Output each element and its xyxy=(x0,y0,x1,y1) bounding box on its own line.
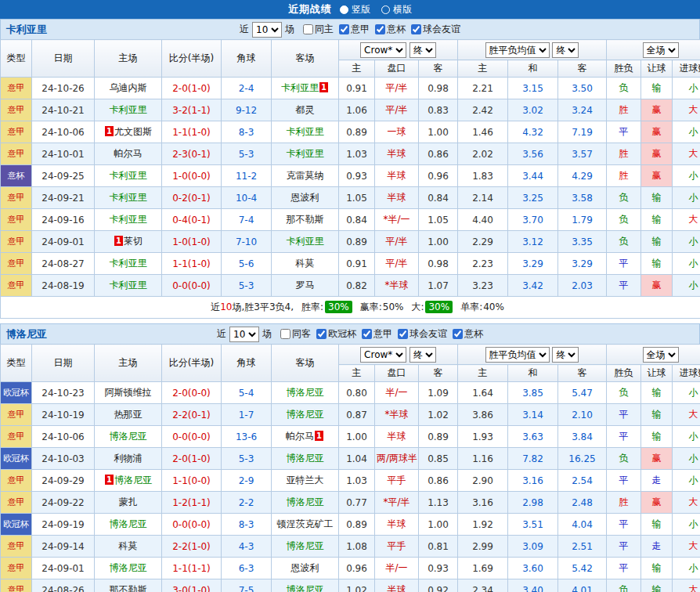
home-team-cell: 那不勒斯 xyxy=(95,579,162,592)
recent-count-select[interactable]: 10 xyxy=(252,22,282,38)
filter-option[interactable]: 球会友谊 xyxy=(411,23,460,36)
filter-checkbox[interactable] xyxy=(316,329,327,339)
euro-odds-select[interactable]: 胜平负均值 xyxy=(485,347,550,363)
home-team-name[interactable]: 博洛尼亚 xyxy=(114,475,152,486)
euro-away-odds-cell: 2.03 xyxy=(558,275,607,297)
corner-cell: 10-4 xyxy=(222,187,272,209)
filter-option[interactable]: 意甲 xyxy=(362,327,392,341)
goals-cell: 小 xyxy=(673,382,700,404)
home-team-name[interactable]: 卡利亚里 xyxy=(110,214,147,225)
filter-option[interactable]: 意甲 xyxy=(339,23,370,36)
goals-cell: 大 xyxy=(673,492,700,514)
date-cell: 24-09-22 xyxy=(32,492,95,514)
sub-col-handicap-result: 让球 xyxy=(641,60,673,78)
filter-option[interactable]: 欧冠杯 xyxy=(316,327,356,341)
away-team-name[interactable]: 卡利亚里 xyxy=(287,126,324,137)
result-cell: 负 xyxy=(607,187,641,209)
away-team-name[interactable]: 博洛尼亚 xyxy=(287,540,324,551)
filter-option[interactable]: 球会友谊 xyxy=(398,327,447,341)
home-team-name[interactable]: 乌迪内斯 xyxy=(110,82,147,93)
home-team-name[interactable]: 尤文图斯 xyxy=(114,126,152,137)
home-team-name[interactable]: 卡利亚里 xyxy=(110,192,147,203)
away-team-name[interactable]: 恩波利 xyxy=(291,192,319,203)
filter-option[interactable]: 同主 xyxy=(303,23,334,36)
euro-time-select[interactable]: 终 xyxy=(552,42,579,58)
away-team-name[interactable]: 帕尔马 xyxy=(286,431,314,442)
filter-option[interactable]: 意杯 xyxy=(453,327,483,341)
away-team-name[interactable]: 博洛尼亚 xyxy=(287,453,324,464)
away-team-name[interactable]: 科莫 xyxy=(296,258,315,269)
away-team-name[interactable]: 博洛尼亚 xyxy=(287,409,324,420)
home-team-name[interactable]: 热那亚 xyxy=(114,409,143,420)
home-team-name[interactable]: 阿斯顿维拉 xyxy=(105,387,152,398)
home-team-name[interactable]: 科莫 xyxy=(119,540,138,551)
home-team-name[interactable]: 卡利亚里 xyxy=(110,170,147,181)
home-team-name[interactable]: 帕尔马 xyxy=(114,148,143,159)
filter-checkbox[interactable] xyxy=(339,24,349,34)
away-team-name[interactable]: 那不勒斯 xyxy=(287,214,324,225)
handicap-result-cell: 输 xyxy=(641,187,673,209)
away-team-name[interactable]: 恩波利 xyxy=(291,562,319,573)
home-team-name[interactable]: 蒙扎 xyxy=(119,496,138,507)
away-team-name[interactable]: 卡利亚里 xyxy=(287,236,324,247)
odds-time-select[interactable]: 终 xyxy=(410,42,436,58)
recent-count-select[interactable]: 10 xyxy=(229,327,259,342)
date-cell: 24-10-19 xyxy=(32,404,95,426)
goals-cell: 小 xyxy=(673,187,700,209)
scope-header: 全场 xyxy=(607,40,700,60)
filter-option[interactable]: 同客 xyxy=(280,327,311,341)
away-team-name[interactable]: 都灵 xyxy=(296,104,315,115)
euro-time-select[interactable]: 终 xyxy=(552,347,579,363)
away-team-name[interactable]: 克雷莫纳 xyxy=(287,170,324,181)
filter-checkbox[interactable] xyxy=(362,329,372,339)
home-team-name[interactable]: 卡利亚里 xyxy=(110,280,147,291)
home-team-name[interactable]: 博洛尼亚 xyxy=(110,518,147,529)
away-team-name[interactable]: 卡利亚里 xyxy=(287,148,324,159)
filter-checkbox[interactable] xyxy=(303,24,313,34)
away-team-name[interactable]: 博洛尼亚 xyxy=(287,387,324,398)
filter-checkbox[interactable] xyxy=(411,24,421,34)
away-team-cell: 顿涅茨克矿工 xyxy=(272,514,339,536)
odds-company-select[interactable]: Crow* xyxy=(360,347,406,363)
away-team-name[interactable]: 卡利亚里 xyxy=(281,82,319,93)
result-cell: 负 xyxy=(607,231,641,253)
home-team-name[interactable]: 博洛尼亚 xyxy=(110,562,147,573)
odds-time-select[interactable]: 终 xyxy=(410,347,436,363)
away-team-name[interactable]: 顿涅茨克矿工 xyxy=(277,518,334,529)
layout-radio[interactable]: 竖版 xyxy=(340,3,370,16)
scope-select[interactable]: 全场 xyxy=(643,347,679,363)
home-team-name[interactable]: 那不勒斯 xyxy=(110,584,147,592)
scope-select[interactable]: 全场 xyxy=(643,42,679,58)
asia-away-odds-cell: 1.13 xyxy=(419,492,458,514)
handicap-cell: 半球 xyxy=(375,143,419,165)
home-team-name[interactable]: 卡利亚里 xyxy=(110,258,147,269)
home-team-name[interactable]: 利物浦 xyxy=(114,453,143,464)
home-team-name[interactable]: 博洛尼亚 xyxy=(110,431,147,442)
col-score: 比分(半场) xyxy=(162,40,222,78)
euro-away-odds-cell: 2.51 xyxy=(558,536,607,558)
col-corner: 角球 xyxy=(222,40,272,78)
away-team-cell: 那不勒斯 xyxy=(272,209,339,231)
home-team-name[interactable]: 莱切 xyxy=(124,236,143,247)
filter-checkbox[interactable] xyxy=(375,24,385,34)
filter-checkbox[interactable] xyxy=(398,329,408,339)
away-team-name[interactable]: 博洛尼亚 xyxy=(287,584,324,592)
away-team-name[interactable]: 罗马 xyxy=(296,280,315,291)
away-team-cell: 卡利亚里 xyxy=(272,231,339,253)
score-cell: 0-2(0-1) xyxy=(162,187,222,209)
filter-option[interactable]: 意杯 xyxy=(375,23,406,36)
layout-radio[interactable]: 横版 xyxy=(381,3,412,16)
odds-company-select[interactable]: Crow* xyxy=(360,42,406,58)
away-team-name[interactable]: 博洛尼亚 xyxy=(287,496,324,507)
euro-home-odds-cell: 2.34 xyxy=(458,579,508,592)
date-cell: 24-09-21 xyxy=(32,187,95,209)
euro-away-odds-cell: 5.47 xyxy=(558,382,607,404)
filter-checkbox[interactable] xyxy=(453,329,463,339)
corner-cell: 5-6 xyxy=(222,253,272,275)
filter-checkbox[interactable] xyxy=(280,329,290,339)
home-team-name[interactable]: 卡利亚里 xyxy=(110,104,147,115)
euro-odds-select[interactable]: 胜平负均值 xyxy=(485,42,550,58)
date-cell: 24-09-14 xyxy=(32,536,95,558)
away-team-name[interactable]: 亚特兰大 xyxy=(287,475,324,486)
col-type: 类型 xyxy=(1,345,32,382)
